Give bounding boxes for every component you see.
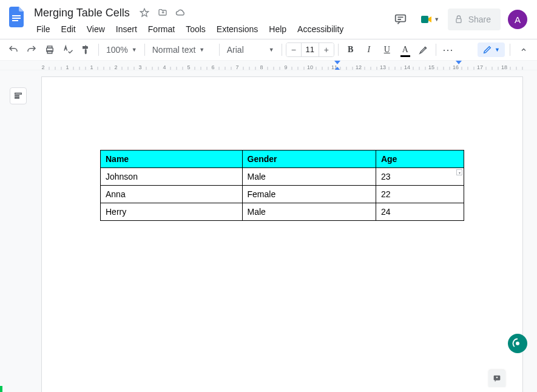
toolbar-separator xyxy=(510,44,510,56)
document-table[interactable]: Name Gender Age Johnson Male 23 ▾ Anna F… xyxy=(100,150,464,221)
ruler-number: 15 xyxy=(428,64,434,70)
toolbar-separator xyxy=(219,44,220,56)
svg-rect-4 xyxy=(421,16,428,23)
table-row[interactable]: Johnson Male 23 ▾ xyxy=(101,168,464,186)
table-cell[interactable]: Herry xyxy=(101,203,243,221)
document-title[interactable]: Merging Table Cells xyxy=(32,7,132,19)
menu-insert[interactable]: Insert xyxy=(111,22,142,36)
font-size-decrease[interactable]: − xyxy=(286,42,301,57)
chevron-down-icon: ▼ xyxy=(434,16,439,22)
svg-rect-0 xyxy=(12,15,21,16)
zoom-selector[interactable]: 100% ▼ xyxy=(103,41,141,58)
docs-logo-icon xyxy=(9,7,25,27)
table-cell[interactable]: Anna xyxy=(101,186,243,203)
table-header-cell[interactable]: Gender xyxy=(242,150,376,168)
ruler-number: 17 xyxy=(477,64,483,70)
svg-rect-3 xyxy=(395,15,405,22)
paragraph-style-selector[interactable]: Normal text ▼ xyxy=(149,41,215,58)
menu-help[interactable]: Help xyxy=(264,22,291,36)
table-cell-options-icon[interactable]: ▾ xyxy=(456,169,462,175)
table-cell[interactable]: 23 ▾ xyxy=(376,168,464,186)
table-cell[interactable]: Johnson xyxy=(101,168,243,186)
underline-button[interactable]: U xyxy=(379,41,396,58)
menu-extensions[interactable]: Extensions xyxy=(212,22,263,36)
docs-logo[interactable] xyxy=(5,5,29,29)
avatar[interactable]: A xyxy=(508,10,527,29)
move-folder-icon[interactable] xyxy=(157,7,169,19)
bold-button[interactable]: B xyxy=(342,41,359,58)
table-cell[interactable]: Male xyxy=(242,168,376,186)
meet-icon[interactable]: ▼ xyxy=(419,8,441,30)
avatar-initial: A xyxy=(515,15,521,25)
share-button[interactable]: Share xyxy=(448,8,501,30)
menu-accessibility[interactable]: Accessibility xyxy=(292,22,348,36)
title-bar: Merging Table Cells File Edit View Inser… xyxy=(0,0,537,39)
table-row[interactable]: Herry Male 24 xyxy=(101,203,464,221)
chevron-down-icon: ▼ xyxy=(495,47,500,53)
star-icon[interactable] xyxy=(138,7,150,19)
title-right: ▼ Share A xyxy=(390,5,532,34)
toolbar-separator xyxy=(436,44,436,56)
feedback-button[interactable] xyxy=(488,370,505,387)
italic-button[interactable]: I xyxy=(360,41,377,58)
ruler[interactable]: 21123456789101112131415161718 xyxy=(0,61,537,70)
paint-format-button[interactable] xyxy=(78,41,95,58)
highlight-button[interactable] xyxy=(415,41,432,58)
cloud-status-icon[interactable] xyxy=(175,7,187,19)
table-cell[interactable]: 24 xyxy=(376,203,464,221)
explore-button[interactable] xyxy=(508,334,527,353)
ruler-number: 4 xyxy=(163,64,166,70)
toolbar: 100% ▼ Normal text ▼ Arial ▼ − 11 + B I … xyxy=(0,39,537,61)
hide-menus-button[interactable] xyxy=(515,41,532,58)
spellcheck-button[interactable] xyxy=(59,41,76,58)
outline-toggle[interactable] xyxy=(10,87,27,104)
menu-format[interactable]: Format xyxy=(143,22,180,36)
ruler-number: 13 xyxy=(380,64,386,70)
redo-button[interactable] xyxy=(23,41,40,58)
zoom-value: 100% xyxy=(106,45,128,55)
table-header-row[interactable]: Name Gender Age xyxy=(101,150,464,168)
svg-rect-5 xyxy=(456,19,461,23)
ruler-right-indent-marker[interactable] xyxy=(456,61,462,64)
ruler-number: 3 xyxy=(138,64,141,70)
print-button[interactable] xyxy=(41,41,58,58)
svg-point-12 xyxy=(516,342,519,345)
font-size-control: − 11 + xyxy=(286,42,334,57)
table-cell[interactable]: 22 xyxy=(376,186,464,203)
editing-mode-button[interactable]: ▼ xyxy=(478,42,505,57)
menu-tools[interactable]: Tools xyxy=(181,22,211,36)
ruler-number: 9 xyxy=(284,64,287,70)
table-row[interactable]: Anna Female 22 xyxy=(101,186,464,203)
workspace: Name Gender Age Johnson Male 23 ▾ Anna F… xyxy=(0,70,537,392)
menu-edit[interactable]: Edit xyxy=(56,22,81,36)
ruler-number: 10 xyxy=(307,64,313,70)
ruler-indent-marker[interactable] xyxy=(334,61,340,64)
table-header-cell[interactable]: Name xyxy=(101,150,243,168)
more-tools-button[interactable]: ⋯ xyxy=(440,41,457,58)
lock-icon xyxy=(454,15,464,24)
menu-file[interactable]: File xyxy=(32,22,55,36)
font-size-increase[interactable]: + xyxy=(319,42,334,57)
ruler-number: 2 xyxy=(114,64,117,70)
table-header-cell[interactable]: Age xyxy=(376,150,464,168)
table-cell-value: 23 xyxy=(381,172,391,181)
text-color-button[interactable]: A xyxy=(397,41,414,58)
document-page[interactable]: Name Gender Age Johnson Male 23 ▾ Anna F… xyxy=(41,76,523,392)
menu-view[interactable]: View xyxy=(82,22,110,36)
comments-icon[interactable] xyxy=(390,8,411,30)
ruler-number: 5 xyxy=(187,64,190,70)
svg-rect-9 xyxy=(15,93,22,94)
font-selector[interactable]: Arial ▼ xyxy=(223,41,278,58)
chevron-down-icon: ▼ xyxy=(132,47,137,53)
undo-button[interactable] xyxy=(5,41,22,58)
svg-rect-2 xyxy=(12,20,18,21)
toolbar-separator xyxy=(98,44,99,56)
svg-rect-1 xyxy=(12,18,21,19)
table-cell[interactable]: Male xyxy=(242,203,376,221)
ruler-number: 2 xyxy=(41,64,44,70)
table-cell[interactable]: Female xyxy=(242,186,376,203)
font-size-value[interactable]: 11 xyxy=(301,42,319,57)
ruler-number: 1 xyxy=(66,64,69,70)
ruler-number: 18 xyxy=(501,64,507,70)
title-row: Merging Table Cells xyxy=(32,5,390,21)
